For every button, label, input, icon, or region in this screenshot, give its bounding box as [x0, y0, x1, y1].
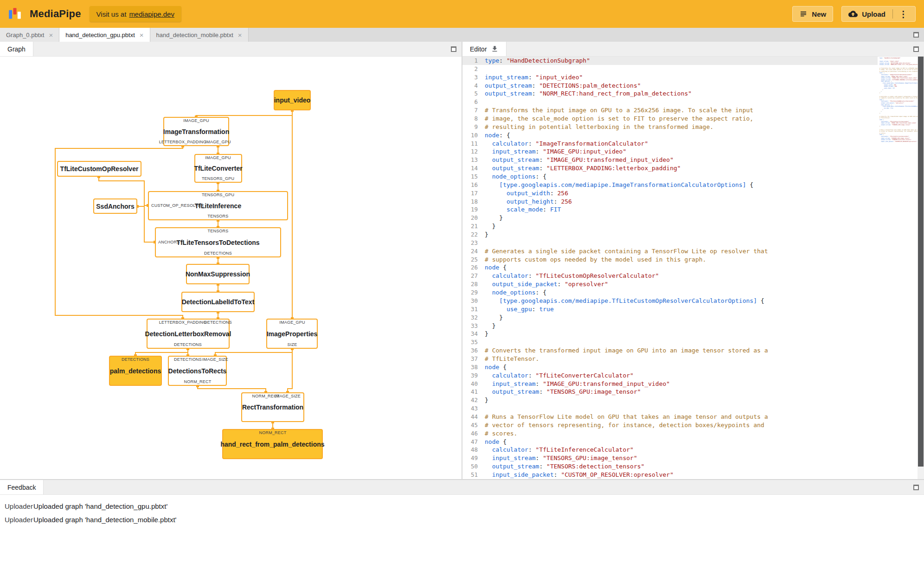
mediapipe-dev-link[interactable]: mediapipe.dev — [129, 10, 174, 18]
close-tab-icon[interactable]: × — [49, 32, 53, 38]
line-content: node_options: { — [485, 173, 878, 181]
code-line[interactable]: 26node { — [462, 263, 878, 272]
line-number: 23 — [462, 239, 485, 247]
editor-tab-label: Editor — [470, 45, 487, 53]
code-line[interactable]: 36# Converts the transformed input image… — [462, 346, 878, 355]
port-label: DETECTIONS — [204, 320, 232, 325]
code-line[interactable]: 50 output_stream: "TENSORS:detection_ten… — [462, 462, 878, 471]
code-line[interactable]: 1type: "HandDetectionSubgraph" — [462, 57, 878, 65]
code-line[interactable]: 45# vector of tensors representing, for … — [462, 421, 878, 429]
editor-scrollbar[interactable] — [918, 57, 924, 479]
code-line[interactable]: 41 output_stream: "TENSORS_GPU:image_ten… — [462, 388, 878, 396]
code-line[interactable]: 7# Transforms the input image on GPU to … — [462, 106, 878, 115]
graph-node-label: RectTransformation — [242, 403, 303, 411]
code-line[interactable]: 13 output_stream: "IMAGE_GPU:transformed… — [462, 156, 878, 164]
code-line[interactable]: 28 output_side_packet: "opresolver" — [462, 280, 878, 288]
code-line[interactable]: 6 — [462, 98, 878, 106]
more-options-icon[interactable]: ⋮ — [898, 10, 909, 19]
code-line[interactable]: 23 — [462, 239, 878, 247]
port-label: IMAGE_GPU — [183, 118, 209, 123]
code-line[interactable]: 24# Generates a single side packet conta… — [462, 247, 878, 256]
code-line[interactable]: 2 — [462, 65, 878, 73]
line-number: 35 — [462, 338, 485, 346]
code-line[interactable]: 32 } — [462, 314, 878, 322]
tab-graph[interactable]: Graph — [0, 42, 33, 56]
editor-minimap[interactable]: type: "HandDetectionSubgraph" input_stre… — [878, 57, 918, 479]
code-line[interactable]: 11 calculator: "ImageTransformationCalcu… — [462, 140, 878, 148]
graph-node-input_video[interactable]: input_video — [274, 90, 311, 110]
graph-canvas[interactable]: input_videoImageTransformationIMAGE_GPUL… — [0, 57, 462, 479]
feedback-panel-strip: Feedback — [0, 480, 924, 495]
line-number: 7 — [462, 106, 485, 115]
code-line[interactable]: 17 output_width: 256 — [462, 189, 878, 198]
code-line[interactable]: 10node: { — [462, 131, 878, 140]
code-line[interactable]: 39 calculator: "TfLiteConverterCalculato… — [462, 371, 878, 380]
line-number: 34 — [462, 330, 485, 338]
visit-us-chip[interactable]: Visit us at mediapipe.dev — [90, 6, 181, 22]
code-line[interactable]: 21 } — [462, 222, 878, 230]
code-line[interactable]: 48 calculator: "TfLiteInferenceCalculato… — [462, 446, 878, 454]
code-line[interactable]: 19 scale_mode: FIT — [462, 205, 878, 214]
code-line[interactable]: 15 node_options: { — [462, 173, 878, 181]
graph-node-NonMaxSuppression[interactable]: NonMaxSuppression — [186, 264, 250, 284]
code-line[interactable]: 43 — [462, 404, 878, 413]
line-content: output_stream: "IMAGE_GPU:transformed_in… — [485, 156, 878, 164]
code-line[interactable]: 35 — [462, 338, 878, 346]
close-tab-icon[interactable]: × — [238, 32, 242, 38]
code-line[interactable]: 16 [type.googleapis.com/mediapipe.ImageT… — [462, 181, 878, 189]
tab-feedback[interactable]: Feedback — [0, 480, 44, 494]
code-editor[interactable]: 1type: "HandDetectionSubgraph"23input_st… — [462, 57, 924, 479]
code-line[interactable]: 12 input_stream: "IMAGE_GPU:input_video" — [462, 147, 878, 156]
code-line[interactable]: 27 calculator: "TfLiteCustomOpResolverCa… — [462, 272, 878, 280]
code-line[interactable]: 25# supports custom ops needed by the mo… — [462, 256, 878, 264]
file-tab[interactable]: hand_detection_mobile.pbtxt× — [150, 28, 249, 42]
code-line[interactable]: 9# resulting in potential letterboxing i… — [462, 123, 878, 131]
new-button[interactable]: New — [792, 6, 833, 22]
code-line[interactable]: 14 output_stream: "LETTERBOX_PADDING:let… — [462, 164, 878, 173]
code-line[interactable]: 42} — [462, 396, 878, 404]
port-label: TENSORS — [208, 229, 229, 233]
line-content: use_gpu: true — [485, 305, 878, 314]
graph-node-SsdAnchors[interactable]: SsdAnchors — [93, 198, 137, 214]
code-line[interactable]: 18 output_height: 256 — [462, 198, 878, 206]
code-line[interactable]: 30 [type.googleapis.com/mediapipe.TfLite… — [462, 297, 878, 305]
maximize-icon[interactable] — [913, 485, 919, 490]
graph-node-label: DetectionsToRects — [168, 367, 227, 375]
app-title: MediaPipe — [30, 8, 81, 20]
code-line[interactable]: 49 input_stream: "TENSORS_GPU:image_tens… — [462, 454, 878, 462]
code-line[interactable]: 8# image, the scale_mode option is set t… — [462, 115, 878, 123]
line-number: 28 — [462, 280, 485, 288]
code-line[interactable]: 47node { — [462, 438, 878, 446]
code-line[interactable]: 33 } — [462, 322, 878, 330]
graph-node-label: ImageTransformation — [163, 128, 229, 135]
graph-tab-label: Graph — [7, 45, 26, 53]
code-line[interactable]: 51 input_side_packet: "CUSTOM_OP_RESOLVE… — [462, 471, 878, 479]
code-line[interactable]: 22} — [462, 230, 878, 239]
graph-node-DetectionLabelIdToText[interactable]: DetectionLabelIdToText — [181, 292, 255, 312]
download-icon[interactable] — [491, 45, 499, 53]
maximize-icon[interactable] — [913, 46, 919, 52]
code-line[interactable]: 38node { — [462, 363, 878, 371]
file-tab[interactable]: Graph_0.pbtxt× — [0, 28, 59, 42]
code-line[interactable]: 37# TfLiteTensor. — [462, 355, 878, 363]
code-line[interactable]: 34} — [462, 330, 878, 338]
graph-node-TfLiteCustomOpResolver[interactable]: TfLiteCustomOpResolver — [57, 161, 141, 177]
code-line[interactable]: 4output_stream: "DETECTIONS:palm_detecti… — [462, 82, 878, 90]
upload-button[interactable]: Upload ⋮ — [841, 6, 916, 22]
maximize-icon[interactable] — [451, 46, 456, 52]
code-line[interactable]: 31 use_gpu: true — [462, 305, 878, 314]
graph-panel-strip: Graph — [0, 42, 462, 57]
code-line[interactable]: 46# scores. — [462, 429, 878, 438]
code-line[interactable]: 3input_stream: "input_video" — [462, 73, 878, 82]
code-line[interactable]: 29 node_options: { — [462, 288, 878, 297]
scrollbar-thumb[interactable] — [918, 57, 924, 467]
code-line[interactable]: 20 } — [462, 214, 878, 222]
code-line[interactable]: 44# Runs a TensorFlow Lite model on GPU … — [462, 413, 878, 421]
code-line[interactable]: 5output_stream: "NORM_RECT:hand_rect_fro… — [462, 90, 878, 98]
maximize-icon[interactable] — [913, 32, 919, 38]
close-tab-icon[interactable]: × — [140, 32, 144, 38]
tab-editor[interactable]: Editor — [462, 42, 507, 56]
code-line[interactable]: 40 input_stream: "IMAGE_GPU:transformed_… — [462, 380, 878, 388]
graph-panel: Graph input_videoImageTransformationIMAG… — [0, 42, 462, 479]
file-tab[interactable]: hand_detection_gpu.pbtxt× — [59, 28, 150, 42]
